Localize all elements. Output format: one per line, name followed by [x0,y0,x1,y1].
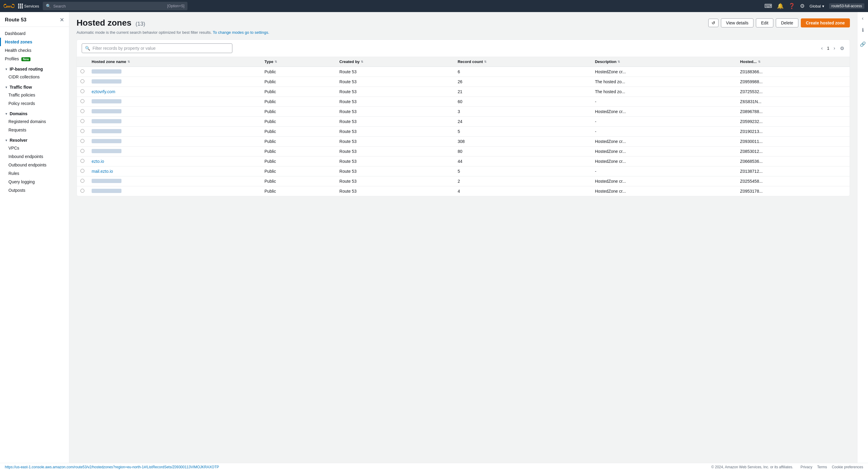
sidebar-item-cidr-collections[interactable]: CIDR collections [0,73,69,81]
sidebar-title: Route 53 [5,17,27,23]
cell-hosted-id: Z0930011... [737,137,849,147]
row-select-radio[interactable] [81,119,84,123]
table-search[interactable]: 🔍 [82,43,232,53]
cell-record-count: 5 [454,127,591,137]
sidebar-item-outposts[interactable]: Outposts [0,186,69,195]
right-panel: ‹ ℹ 🔗 [857,12,868,471]
sidebar-item-dashboard[interactable]: Dashboard [0,29,69,38]
cell-description: HostedZone cr... [591,137,737,147]
sidebar-close-button[interactable]: ✕ [60,17,64,23]
row-select-radio[interactable] [81,69,84,73]
sidebar-section-domains[interactable]: ▼ Domains [0,108,69,117]
region-selector[interactable]: Global ▾ [809,4,824,8]
aws-logo[interactable]: aws [4,2,14,10]
sidebar-item-hosted-zones[interactable]: Hosted zones [0,38,69,46]
zone-name-link[interactable]: eztovrfy.com [92,89,115,94]
cell-name: ██████████ [88,147,261,156]
account-label[interactable]: route53-full-access [829,3,864,9]
sidebar-item-registered-domains[interactable]: Registered domains [0,117,69,126]
record-count-sort-icon[interactable]: ⇅ [484,60,487,63]
privacy-link[interactable]: Privacy [801,465,812,469]
sidebar-item-outbound-endpoints[interactable]: Outbound endpoints [0,161,69,169]
cell-name: ██████████ [88,186,261,196]
row-select-radio[interactable] [81,109,84,113]
edit-button[interactable]: Edit [756,19,773,27]
row-select-radio[interactable] [81,159,84,163]
create-hosted-zone-button[interactable]: Create hosted zone [801,19,850,27]
global-search[interactable]: 🔍 [Option+S] [43,2,187,10]
cell-description: - [591,167,737,176]
zone-name-link[interactable]: ezto.io [92,159,104,164]
cell-name: ezto.io [88,156,261,167]
sidebar-item-requests[interactable]: Requests [0,126,69,134]
sidebar-section-ip-based-routing[interactable]: ▼ IP-based routing [0,63,69,73]
row-select-radio[interactable] [81,139,84,143]
row-select-radio[interactable] [81,189,84,193]
sidebar-item-vpcs[interactable]: VPCs [0,144,69,152]
blurred-name: ██████████ [92,189,121,193]
th-type: Type ⇅ [261,57,336,67]
table-row: ██████████PublicRoute 5324-Z0599232... [77,117,849,127]
sidebar-section-resolver[interactable]: ▼ Resolver [0,134,69,144]
hosted-zones-table: Hosted zone name ⇅ Type ⇅ [77,57,849,196]
column-settings-button[interactable]: ⚙ [839,45,845,52]
terminal-icon[interactable]: ⌨ [764,3,772,9]
terms-link[interactable]: Terms [817,465,827,469]
right-panel-collapse-button[interactable]: ‹ [861,14,865,22]
created-by-sort-icon[interactable]: ⇅ [361,60,363,63]
sidebar-section-traffic-flow[interactable]: ▼ Traffic flow [0,81,69,91]
prev-page-button[interactable]: ‹ [819,45,825,52]
cookie-preferences-link[interactable]: Cookie preferences [832,465,863,469]
type-sort-icon[interactable]: ⇅ [275,60,277,63]
sidebar-item-query-logging[interactable]: Query logging [0,178,69,186]
row-select-radio[interactable] [81,99,84,103]
sidebar-item-rules[interactable]: Rules [0,169,69,178]
sidebar-item-health-checks[interactable]: Health checks [0,46,69,55]
blurred-name: ██████████ [92,119,121,123]
row-select-radio[interactable] [81,89,84,93]
cell-type: Public [261,67,336,77]
delete-button[interactable]: Delete [776,19,798,27]
th-description: Description ⇅ [591,57,737,67]
row-select-radio[interactable] [81,179,84,183]
cell-record-count: 60 [454,97,591,107]
right-panel-info-button[interactable]: ℹ [861,26,865,34]
sidebar-item-policy-records[interactable]: Policy records [0,99,69,108]
settings-link[interactable]: To change modes go to settings. [213,30,269,35]
row-select-radio[interactable] [81,129,84,133]
ip-routing-chevron: ▼ [5,67,8,71]
row-select-radio[interactable] [81,169,84,173]
refresh-button[interactable]: ↺ [708,19,718,27]
pagination: ‹ 1 › ⚙ [819,45,845,52]
cell-type: Public [261,87,336,97]
right-panel-link-button[interactable]: 🔗 [859,40,867,48]
hosted-sort-icon[interactable]: ⇅ [758,60,761,63]
row-select-radio[interactable] [81,149,84,153]
help-icon[interactable]: ❓ [788,3,795,9]
zone-name-link[interactable]: mail.ezto.io [92,169,113,174]
next-page-button[interactable]: › [832,45,837,52]
settings-icon[interactable]: ⚙ [800,3,805,9]
cell-description: HostedZone cr... [591,147,737,156]
cell-type: Public [261,127,336,137]
cell-record-count: 24 [454,117,591,127]
page-title: Hosted zones (13) [76,18,145,28]
services-menu[interactable]: Services [18,4,39,8]
sidebar-item-traffic-policies[interactable]: Traffic policies [0,91,69,99]
search-input[interactable] [53,4,165,8]
table-search-input[interactable] [93,46,229,51]
sidebar-item-inbound-endpoints[interactable]: Inbound endpoints [0,152,69,161]
row-select-radio[interactable] [81,79,84,83]
cell-record-count: 3 [454,107,591,117]
view-details-button[interactable]: View details [721,19,753,27]
blurred-name: ██████████ [92,149,121,153]
blurred-name: ██████████ [92,99,121,104]
bell-icon[interactable]: 🔔 [777,3,784,9]
description-sort-icon[interactable]: ⇅ [618,60,620,63]
name-sort-icon[interactable]: ⇅ [127,60,130,63]
cell-hosted-id: Z0599232... [737,117,849,127]
sidebar-item-profiles[interactable]: Profiles New [0,55,69,63]
cell-name: eztovrfy.com [88,87,261,97]
cell-hosted-id: Z0190213... [737,127,849,137]
cell-description: - [591,117,737,127]
